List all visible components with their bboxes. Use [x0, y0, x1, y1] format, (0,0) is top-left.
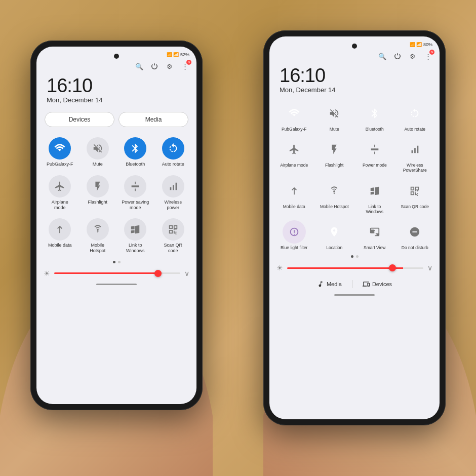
tab-media-left[interactable]: Media: [118, 112, 188, 127]
tile-smartview-label-right: Smart View: [364, 245, 385, 250]
status-icons-right: 📶 📶 80%: [410, 42, 432, 47]
brightness-expand-left[interactable]: ∨: [184, 269, 189, 277]
clock-time-right: 16:10: [280, 66, 429, 85]
brightness-thumb-left[interactable]: [154, 270, 162, 277]
more-icon-right[interactable]: ⋮ N: [423, 52, 432, 61]
dot-1-left: [113, 261, 115, 263]
camera-left: [114, 54, 119, 59]
settings-icon-left[interactable]: ⚙: [165, 62, 174, 71]
tile-wifi-right[interactable]: PubGalaxy-F: [274, 99, 314, 134]
tile-smartview-right[interactable]: Smart View: [355, 217, 394, 252]
devices-label-right: Devices: [372, 281, 392, 287]
tile-wifi-left[interactable]: PubGalaxy-F: [42, 133, 78, 170]
tile-wireless-right[interactable]: Wireless PowerShare: [395, 135, 435, 175]
home-indicator-right: [334, 294, 375, 296]
tabs-left[interactable]: Devices Media: [36, 108, 196, 131]
tile-location-label-right: Location: [326, 245, 342, 250]
tile-bluelight-right[interactable]: Blue light filter: [274, 217, 314, 252]
home-indicator-left: [96, 284, 137, 285]
tile-rotate-left[interactable]: Auto rotate: [155, 133, 192, 170]
bluetooth-icon-left: [124, 137, 146, 160]
page-dots-left: [36, 259, 196, 265]
devices-btn-right[interactable]: Devices: [363, 281, 392, 288]
tile-rotate-right[interactable]: Auto rotate: [395, 99, 435, 134]
search-icon-left[interactable]: 🔍: [135, 62, 144, 71]
windows-icon-left: [124, 218, 146, 241]
tile-power-right[interactable]: Power mode: [355, 135, 394, 175]
power-icon-right[interactable]: [393, 52, 402, 61]
tile-qr-left[interactable]: Scan QR code: [155, 214, 192, 257]
flashlight-icon-right: [323, 138, 346, 161]
bar-divider-right: [352, 280, 352, 288]
more-icon-left[interactable]: ⋮ N: [180, 62, 189, 71]
rotate-icon-left: [162, 137, 184, 160]
tile-windows-right[interactable]: Link to Windows: [355, 176, 394, 216]
tile-bluetooth-label-left: Bluetooth: [126, 162, 145, 167]
tile-airplane-label-left: Airplane mode: [45, 200, 74, 211]
tile-mute-left[interactable]: Mute: [80, 133, 116, 170]
tile-location-right[interactable]: Location: [315, 217, 354, 252]
tile-power-label-left: Power saving mode: [121, 200, 150, 211]
tab-devices-left[interactable]: Devices: [45, 112, 114, 127]
tile-flashlight-left[interactable]: Flashlight: [80, 171, 116, 214]
tile-hotspot-left[interactable]: Mobile Hotspot: [80, 214, 116, 257]
tile-airplane-right[interactable]: Airplane mode: [274, 135, 314, 175]
power-icon-tile-left: [124, 175, 146, 197]
settings-icon-right[interactable]: ⚙: [408, 52, 417, 61]
status-icons-left: 📶 📶 52%: [167, 52, 189, 57]
brightness-track-left[interactable]: [54, 272, 180, 274]
tile-mute-label-left: Mute: [93, 162, 103, 167]
power-icon-left[interactable]: [150, 62, 159, 71]
panel-controls-left[interactable]: 🔍 ⚙ ⋮ N: [36, 59, 196, 74]
airplane-icon-left: [49, 175, 71, 197]
qr-icon-right: [403, 179, 426, 203]
tile-qr-right[interactable]: Scan QR code: [395, 176, 435, 216]
tile-bluetooth-right[interactable]: Bluetooth: [355, 99, 394, 134]
brightness-thumb-right[interactable]: [389, 264, 396, 271]
tile-windows-left[interactable]: Link to Windows: [117, 214, 154, 257]
tile-wireless-left[interactable]: Wireless power: [155, 171, 192, 214]
brightness-min-icon-right: ☀: [276, 264, 283, 272]
brightness-min-icon-left: ☀: [44, 269, 50, 277]
tiles-grid-left: PubGalaxy-F Mute Bluetooth: [36, 131, 196, 259]
dnd-icon-right: [403, 220, 426, 244]
tile-flashlight-label-left: Flashlight: [88, 200, 107, 205]
tile-dnd-right[interactable]: Do not disturb: [395, 217, 435, 252]
tile-power-left[interactable]: Power saving mode: [117, 171, 154, 214]
brightness-track-right[interactable]: [287, 267, 423, 269]
media-label-right: Media: [327, 281, 342, 287]
tile-rotate-label-left: Auto rotate: [162, 162, 184, 167]
tile-data-right[interactable]: Mobile data: [274, 176, 314, 216]
wireless-icon-right: [403, 138, 426, 161]
tile-flashlight-label-right: Flashlight: [325, 163, 343, 168]
bottom-bar-right[interactable]: Media Devices: [269, 276, 440, 292]
camera-right: [352, 44, 357, 49]
brightness-left[interactable]: ☀ ∨: [36, 265, 196, 282]
clock-date-left: Mon, December 14: [47, 96, 186, 104]
power-icon-tile-right: [363, 138, 386, 161]
panel-controls-right[interactable]: 🔍 ⚙ ⋮ N: [269, 49, 440, 64]
brightness-right[interactable]: ☀ ∨: [269, 260, 440, 276]
tile-data-left[interactable]: Mobile data: [42, 214, 78, 257]
tile-bluetooth-left[interactable]: Bluetooth: [117, 133, 154, 170]
notif-badge-right: N: [429, 50, 434, 55]
search-icon-right[interactable]: 🔍: [378, 52, 387, 61]
tile-airplane-left[interactable]: Airplane mode: [42, 171, 78, 214]
tile-hotspot-right[interactable]: Mobile Hotspot: [315, 176, 354, 216]
data-icon-right: [283, 179, 306, 203]
tile-flashlight-right[interactable]: Flashlight: [315, 135, 354, 175]
phone-left-screen: 📶 📶 52% 🔍 ⚙ ⋮ N 16:10 Mon, December 14: [36, 47, 196, 404]
notif-badge-left: N: [186, 60, 191, 65]
qr-icon-left: [162, 218, 184, 241]
media-btn-right[interactable]: Media: [317, 281, 342, 288]
clock-left: 16:10 Mon, December 14: [36, 74, 196, 108]
tile-airplane-label-right: Airplane mode: [280, 163, 308, 168]
brightness-expand-right[interactable]: ∨: [427, 264, 432, 272]
tile-hotspot-label-right: Mobile Hotspot: [320, 204, 349, 209]
mute-icon-right: [323, 102, 346, 125]
tile-mute-right[interactable]: Mute: [315, 99, 354, 134]
tile-qr-label-right: Scan QR code: [401, 204, 429, 209]
phone-left: 📶 📶 52% 🔍 ⚙ ⋮ N 16:10 Mon, December 14: [30, 41, 203, 410]
page-dots-right: [269, 253, 440, 260]
tile-qr-label-left: Scan QR code: [158, 243, 188, 254]
